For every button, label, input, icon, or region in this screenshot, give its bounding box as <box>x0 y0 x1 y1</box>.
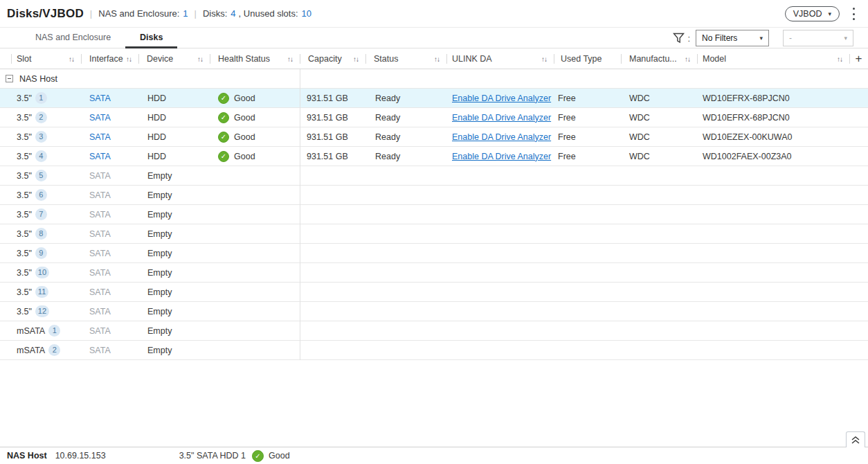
enable-da-drive-analyzer-link[interactable]: Enable DA Drive Analyzer <box>452 132 551 142</box>
table-row[interactable]: 3.5" 5 SATA Empty ✓ <box>0 166 868 186</box>
slot-number-badge: 12 <box>35 305 49 317</box>
cell-health-status: ✓ <box>210 341 300 359</box>
cell-spacer <box>849 224 868 243</box>
table-row[interactable]: 3.5" 12 SATA Empty ✓ <box>0 302 868 321</box>
more-options-button[interactable] <box>850 8 857 20</box>
table-row[interactable]: 3.5" 4 SATA HDD ✓ Good 931.51 GB Ready E… <box>0 147 868 166</box>
chevron-down-icon: ▾ <box>759 35 763 42</box>
table-row[interactable]: mSATA 1 SATA Empty ✓ <box>0 321 868 341</box>
table-row[interactable]: 3.5" 9 SATA Empty ✓ <box>0 244 868 263</box>
enable-da-drive-analyzer-link[interactable]: Enable DA Drive Analyzer <box>452 152 551 161</box>
filter-icon <box>673 33 685 44</box>
column-header-health-status[interactable]: Health Status ↑↓ <box>210 48 300 69</box>
cell-manufacturer <box>621 302 697 321</box>
table-row[interactable]: mSATA 2 SATA Empty ✓ <box>0 341 868 360</box>
cell-device: Empty <box>138 224 210 243</box>
cell-ulink-da <box>446 244 554 262</box>
column-header-status[interactable]: Status ↑↓ <box>365 48 446 69</box>
table-row[interactable]: 3.5" 2 SATA HDD ✓ Good 931.51 GB Ready E… <box>0 108 868 127</box>
add-column-button[interactable]: + <box>849 48 868 69</box>
collapse-panel-button[interactable] <box>846 431 865 447</box>
enable-da-drive-analyzer-link[interactable]: Enable DA Drive Analyzer <box>452 113 551 123</box>
cell-interface: SATA <box>81 302 138 321</box>
column-header-slot[interactable]: Slot ↑↓ <box>0 48 81 69</box>
cell-device: Empty <box>138 263 210 282</box>
cell-slot: 3.5" 4 <box>0 147 81 166</box>
column-header-ulink-da[interactable]: ULINK DA ↑↓ <box>446 48 554 69</box>
cell-slot: 3.5" 2 <box>0 108 81 127</box>
table-row[interactable]: 3.5" 7 SATA Empty ✓ <box>0 205 868 224</box>
cell-capacity <box>300 205 365 224</box>
slot-number-badge: 10 <box>35 267 49 278</box>
column-header-capacity[interactable]: Capacity ↑↓ <box>300 48 365 69</box>
column-header-model[interactable]: Model ↑↓ <box>697 48 849 69</box>
cell-spacer <box>849 263 868 282</box>
secondary-filter-select[interactable]: - ▾ <box>783 30 853 46</box>
cell-manufacturer <box>621 244 697 262</box>
cell-slot: mSATA 1 <box>0 321 81 340</box>
cell-capacity <box>300 166 365 185</box>
table-row[interactable]: 3.5" 6 SATA Empty ✓ <box>0 186 868 205</box>
cell-spacer <box>849 244 868 262</box>
cell-capacity: 931.51 GB <box>300 89 365 107</box>
nas-enclosure-count-label: NAS and Enclosure: <box>98 8 179 19</box>
health-ok-icon: ✓ <box>218 112 229 123</box>
cell-ulink-da <box>446 321 554 340</box>
cell-interface: SATA <box>81 108 138 127</box>
sort-icon: ↑↓ <box>69 55 74 63</box>
cell-device: Empty <box>138 166 210 185</box>
cell-slot: mSATA 2 <box>0 341 81 359</box>
cell-health-status: ✓ <box>210 321 300 340</box>
cell-status <box>365 224 446 243</box>
cell-interface: SATA <box>81 244 138 262</box>
cell-manufacturer: WDC <box>621 89 697 107</box>
cell-used-type: Free <box>554 89 621 107</box>
cell-health-status: ✓ <box>210 244 300 262</box>
table-row[interactable]: 3.5" 11 SATA Empty ✓ <box>0 283 868 302</box>
enable-da-drive-analyzer-link[interactable]: Enable DA Drive Analyzer <box>452 93 551 103</box>
cell-capacity: 931.51 GB <box>300 108 365 127</box>
cell-manufacturer: WDC <box>621 127 697 146</box>
cell-used-type <box>554 186 621 204</box>
disks-vjbod-window: Disks/VJBOD | NAS and Enclosure: 1 | Dis… <box>0 0 868 464</box>
cell-health-status: ✓ Good <box>210 108 300 127</box>
column-header-interface[interactable]: Interface ↑↓ <box>81 48 138 69</box>
sort-icon: ↑↓ <box>434 55 440 63</box>
chevron-down-icon: ▾ <box>844 35 847 42</box>
cell-manufacturer <box>621 205 697 224</box>
column-header-device[interactable]: Device ↑↓ <box>138 48 210 69</box>
footer-ip-address: 10.69.15.153 <box>55 451 106 461</box>
cell-capacity <box>300 186 365 204</box>
cell-interface: SATA <box>81 283 138 301</box>
slot-number-badge: 5 <box>35 170 47 181</box>
cell-used-type <box>554 224 621 243</box>
vjbod-selector-button[interactable]: VJBOD ▾ <box>785 6 840 21</box>
table-row[interactable]: 3.5" 3 SATA HDD ✓ Good 931.51 GB Ready E… <box>0 127 868 147</box>
collapse-group-icon[interactable] <box>6 75 13 82</box>
sort-icon: ↑↓ <box>837 55 842 63</box>
cell-model <box>697 283 849 301</box>
filter-colon: : <box>687 33 690 44</box>
cell-status: Ready <box>365 108 446 127</box>
table-row[interactable]: 3.5" 8 SATA Empty ✓ <box>0 224 868 244</box>
filter-select[interactable]: No Filters ▾ <box>696 30 769 46</box>
cell-used-type <box>554 244 621 262</box>
cell-device: HDD <box>138 147 210 166</box>
cell-used-type <box>554 321 621 340</box>
table-row[interactable]: 3.5" 10 SATA Empty ✓ <box>0 263 868 283</box>
cell-manufacturer <box>621 283 697 301</box>
nas-enclosure-count-value: 1 <box>183 8 188 19</box>
group-row-nas-host[interactable]: NAS Host <box>0 69 868 89</box>
tab-disks[interactable]: Disks <box>125 28 177 48</box>
slot-number-badge: 9 <box>35 247 47 259</box>
table-row[interactable]: 3.5" 1 SATA HDD ✓ Good 931.51 GB Ready E… <box>0 89 868 108</box>
column-header-manufacturer[interactable]: Manufactu... ↑↓ <box>621 48 697 69</box>
tab-nas-and-enclosure[interactable]: NAS and Enclosure <box>21 28 125 48</box>
cell-interface: SATA <box>81 224 138 243</box>
sort-icon: ↑↓ <box>126 55 132 63</box>
slot-number-badge: 3 <box>35 131 47 143</box>
title-bar: Disks/VJBOD | NAS and Enclosure: 1 | Dis… <box>0 0 868 28</box>
cell-health-status: ✓ Good <box>210 147 300 166</box>
cell-model: WD1002FAEX-00Z3A0 <box>697 147 849 166</box>
footer-selected-slot-info: 3.5" SATA HDD 1 <box>179 451 246 461</box>
